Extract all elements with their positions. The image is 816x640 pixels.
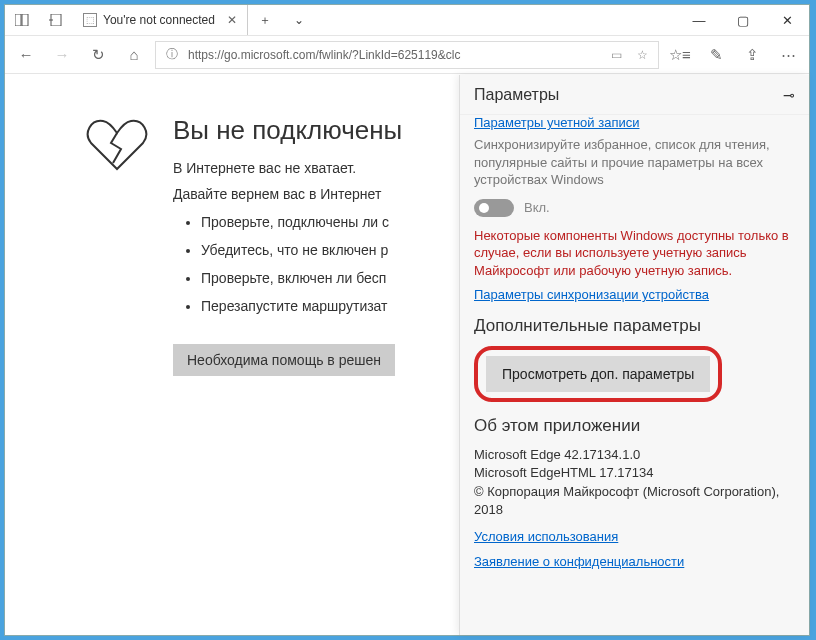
share-icon[interactable]: ⇪ xyxy=(737,40,767,70)
address-bar[interactable]: ⓘ https://go.microsoft.com/fwlink/?LinkI… xyxy=(155,41,659,69)
view-advanced-button[interactable]: Просмотреть доп. параметры xyxy=(486,356,710,392)
toggle-label: Вкл. xyxy=(524,200,550,215)
close-tab-icon[interactable]: ✕ xyxy=(227,13,237,27)
set-aside-tabs-icon[interactable] xyxy=(39,5,73,35)
new-tab-button[interactable]: ＋ xyxy=(248,5,282,35)
maximize-button[interactable]: ▢ xyxy=(721,5,765,35)
pin-icon[interactable]: ⊸ xyxy=(783,87,795,103)
account-settings-link[interactable]: Параметры учетной записи xyxy=(474,115,639,130)
browser-tab[interactable]: ⬚ You're not connected ✕ xyxy=(73,5,248,35)
page-icon: ⬚ xyxy=(83,13,97,27)
annotation-highlight: Просмотреть доп. параметры xyxy=(474,346,722,402)
refresh-button[interactable]: ↻ xyxy=(83,40,113,70)
error-heading: Вы не подключены xyxy=(173,115,402,146)
back-button[interactable]: ← xyxy=(11,40,41,70)
forward-button[interactable]: → xyxy=(47,40,77,70)
error-subtext-1: В Интернете вас не хватает. xyxy=(173,160,402,176)
account-warning-text: Некоторые компоненты Windows доступны то… xyxy=(474,227,795,280)
settings-panel: Параметры ⊸ Параметры учетной записи Син… xyxy=(459,75,809,635)
list-item: Убедитесь, что не включен р xyxy=(201,242,402,258)
terms-link[interactable]: Условия использования xyxy=(474,529,618,544)
tab-title: You're not connected xyxy=(103,13,215,27)
privacy-link[interactable]: Заявление о конфиденциальности xyxy=(474,554,684,569)
about-block: Microsoft Edge 42.17134.1.0 Microsoft Ed… xyxy=(474,446,795,519)
url-text: https://go.microsoft.com/fwlink/?LinkId=… xyxy=(188,48,600,62)
error-suggestion-list: Проверьте, подключены ли с Убедитесь, чт… xyxy=(201,214,402,314)
about-line-1: Microsoft Edge 42.17134.1.0 xyxy=(474,446,795,464)
about-heading: Об этом приложении xyxy=(474,416,795,436)
svg-rect-0 xyxy=(15,14,21,26)
minimize-button[interactable]: — xyxy=(677,5,721,35)
device-sync-link[interactable]: Параметры синхронизации устройства xyxy=(474,287,709,302)
about-line-3: © Корпорация Майкрософт (Microsoft Corpo… xyxy=(474,483,795,519)
panel-title: Параметры xyxy=(474,86,559,104)
broken-heart-icon xyxy=(85,115,149,376)
tabs-aside-icon[interactable] xyxy=(5,5,39,35)
favorites-hub-icon[interactable]: ☆≡ xyxy=(665,40,695,70)
sync-toggle[interactable] xyxy=(474,199,514,217)
list-item: Проверьте, включен ли бесп xyxy=(201,270,402,286)
tab-chevron-icon[interactable]: ⌄ xyxy=(282,5,316,35)
favorite-star-icon[interactable]: ☆ xyxy=(632,48,652,62)
reading-view-icon[interactable]: ▭ xyxy=(606,48,626,62)
error-subtext-2: Давайте вернем вас в Интернет xyxy=(173,186,402,202)
site-info-icon[interactable]: ⓘ xyxy=(162,46,182,63)
svg-rect-1 xyxy=(22,14,28,26)
help-button[interactable]: Необходима помощь в решен xyxy=(173,344,395,376)
list-item: Перезапустите маршрутизат xyxy=(201,298,402,314)
more-icon[interactable]: ⋯ xyxy=(773,40,803,70)
address-toolbar: ← → ↻ ⌂ ⓘ https://go.microsoft.com/fwlin… xyxy=(5,36,809,74)
sync-description: Синхронизируйте избранное, список для чт… xyxy=(474,136,795,189)
notes-icon[interactable]: ✎ xyxy=(701,40,731,70)
advanced-heading: Дополнительные параметры xyxy=(474,316,795,336)
home-button[interactable]: ⌂ xyxy=(119,40,149,70)
close-window-button[interactable]: ✕ xyxy=(765,5,809,35)
titlebar: ⬚ You're not connected ✕ ＋ ⌄ — ▢ ✕ xyxy=(5,5,809,36)
about-line-2: Microsoft EdgeHTML 17.17134 xyxy=(474,464,795,482)
list-item: Проверьте, подключены ли с xyxy=(201,214,402,230)
